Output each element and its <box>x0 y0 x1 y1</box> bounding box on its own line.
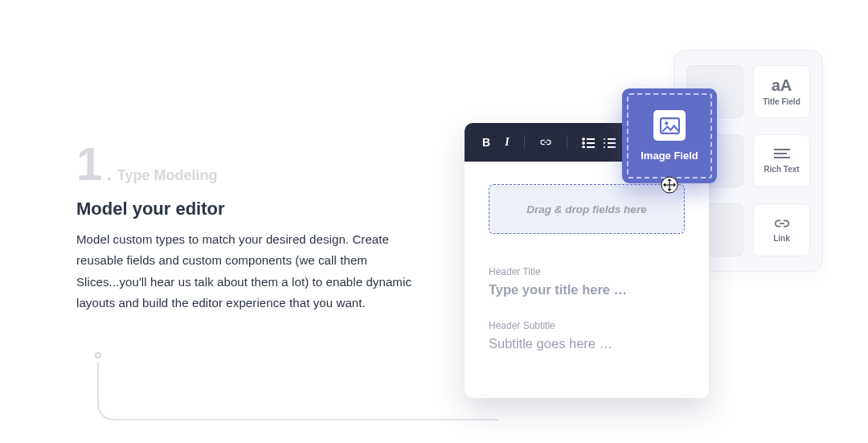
field-tile-link[interactable]: Link <box>753 203 810 256</box>
svg-point-6 <box>582 146 584 148</box>
field-caption-subtitle: Header Subtitle <box>489 320 685 331</box>
svg-point-4 <box>582 138 584 141</box>
svg-point-5 <box>582 142 584 145</box>
link-icon[interactable] <box>539 137 552 148</box>
timeline-dot-icon <box>95 352 101 359</box>
field-tile-label: Rich Text <box>764 165 799 174</box>
field-tile-richtext[interactable]: Rich Text <box>753 134 810 187</box>
richtext-icon <box>773 148 791 161</box>
move-cursor-icon <box>661 176 678 194</box>
numbered-list-icon[interactable] <box>603 137 616 148</box>
link-icon <box>773 217 791 230</box>
italic-icon[interactable]: I <box>505 137 509 148</box>
step-number: 1 <box>76 141 102 187</box>
step-label: Type Modeling <box>117 167 218 184</box>
timeline-path <box>96 362 498 443</box>
step-indicator: 1 . Type Modeling <box>76 141 430 187</box>
title-input[interactable]: Type your title here … <box>489 282 685 297</box>
field-tile-label: Link <box>773 234 790 243</box>
dragging-image-field[interactable]: Image Field <box>622 88 717 183</box>
image-icon <box>653 110 686 141</box>
dropzone[interactable]: Drag & drop fields here <box>489 184 685 234</box>
bullet-list-icon[interactable] <box>582 137 595 148</box>
field-caption-title: Header Title <box>489 266 685 277</box>
svg-point-17 <box>665 121 668 125</box>
field-tile-title[interactable]: aA Title Field <box>753 65 810 118</box>
field-tile-label: Title Field <box>763 97 800 106</box>
section-body: Model custom types to match your desired… <box>76 229 430 314</box>
section-heading: Model your editor <box>76 199 430 219</box>
dragging-field-label: Image Field <box>641 150 698 162</box>
bold-icon[interactable]: B <box>482 137 490 148</box>
title-field-icon: aA <box>772 77 792 93</box>
subtitle-input[interactable]: Subtitle goes here … <box>489 336 685 351</box>
